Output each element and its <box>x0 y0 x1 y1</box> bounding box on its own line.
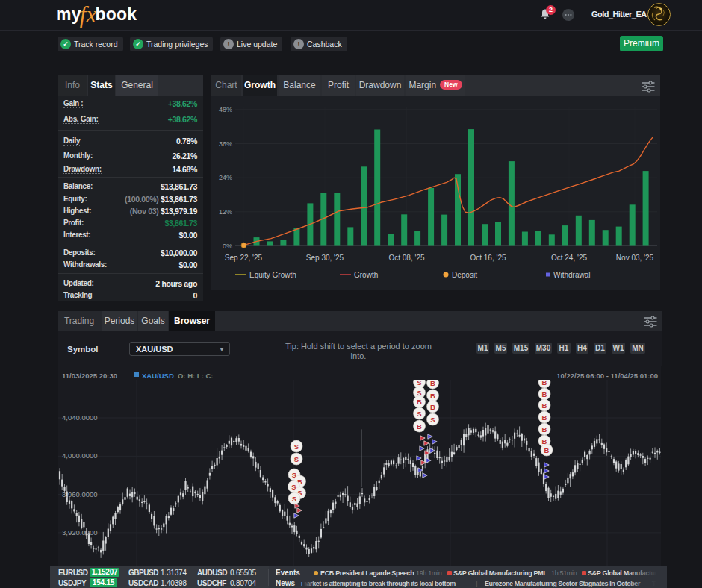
svg-text:48%: 48% <box>219 106 232 113</box>
svg-text:Deposit: Deposit <box>452 271 477 279</box>
svg-text:24%: 24% <box>219 174 232 181</box>
svg-text:B: B <box>542 413 547 422</box>
svg-text:B: B <box>542 390 547 398</box>
svg-text:3,960.0000: 3,960.0000 <box>62 490 98 498</box>
svg-text:3,920.0000: 3,920.0000 <box>62 528 98 537</box>
svg-text:S: S <box>417 378 421 387</box>
svg-text:Oct 16, '25: Oct 16, '25 <box>470 254 506 262</box>
svg-text:S: S <box>417 410 421 418</box>
svg-text:10/22/25 06:00 - 11/04/25 01:0: 10/22/25 06:00 - 11/04/25 01:00 <box>556 372 658 380</box>
svg-text:B: B <box>417 398 422 406</box>
svg-text:Sep 22, '25: Sep 22, '25 <box>225 254 263 262</box>
svg-text:Nov 03, '25: Nov 03, '25 <box>616 254 654 262</box>
svg-text:Withdrawal: Withdrawal <box>553 271 590 279</box>
svg-text:B: B <box>430 379 435 387</box>
svg-text:B: B <box>544 446 550 454</box>
svg-text:XAU/USD: XAU/USD <box>142 372 174 380</box>
svg-text:11/03/2025 20:30: 11/03/2025 20:30 <box>62 372 117 380</box>
svg-text:Oct 24, '25: Oct 24, '25 <box>551 254 587 262</box>
svg-text:S: S <box>417 389 421 397</box>
svg-text:Sep 30, '25: Sep 30, '25 <box>306 254 344 262</box>
svg-text:4,000.0000: 4,000.0000 <box>62 451 98 460</box>
svg-text:B: B <box>417 422 422 431</box>
svg-text:S: S <box>294 442 299 451</box>
svg-text:12%: 12% <box>219 208 232 216</box>
svg-text:B: B <box>542 378 547 387</box>
svg-text:S: S <box>292 495 296 503</box>
svg-text:Equity Growth: Equity Growth <box>249 271 296 279</box>
svg-text:O: H: L: C:: O: H: L: C: <box>178 372 214 380</box>
svg-text:0%: 0% <box>223 243 232 250</box>
svg-text:Oct 08, '25: Oct 08, '25 <box>388 254 424 262</box>
svg-text:36%: 36% <box>219 140 232 148</box>
svg-text:S: S <box>430 416 435 424</box>
svg-text:B: B <box>542 425 547 434</box>
svg-text:B: B <box>430 403 435 411</box>
svg-text:Growth: Growth <box>354 271 378 279</box>
svg-text:B: B <box>542 401 547 410</box>
svg-text:4,040.0000: 4,040.0000 <box>62 413 98 422</box>
svg-text:S: S <box>294 455 299 463</box>
svg-text:B: B <box>430 392 435 400</box>
